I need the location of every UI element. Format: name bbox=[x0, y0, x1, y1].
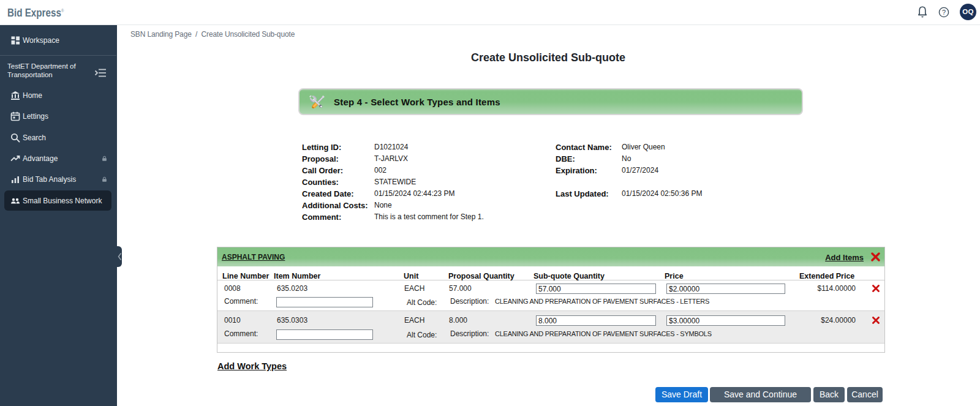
svg-text:?: ? bbox=[942, 9, 946, 16]
